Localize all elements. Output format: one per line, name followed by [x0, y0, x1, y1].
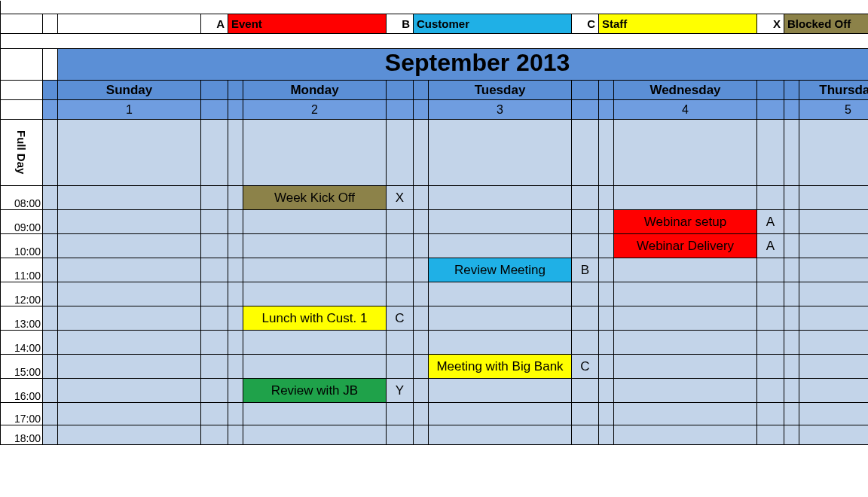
legend-swatch-customer: Customer [414, 14, 572, 34]
date-thursday: 5 [799, 100, 869, 120]
time-0900: 09:00 [1, 210, 43, 234]
event-mon-1600[interactable]: Review with JB [243, 379, 387, 403]
legend-swatch-blocked: Blocked Off [784, 14, 869, 34]
slot-tue-1400[interactable] [429, 331, 572, 355]
time-1700: 17:00 [1, 403, 43, 425]
slot-wed-1200[interactable] [614, 282, 757, 306]
calendar-grid: A Event B Customer C Staff X Blocked Off… [0, 0, 868, 445]
slot-tue-0800[interactable] [429, 186, 572, 210]
event-tue-1100[interactable]: Review Meeting [429, 258, 572, 282]
time-1000: 10:00 [1, 234, 43, 258]
slot-thu-0800[interactable] [799, 186, 869, 210]
time-1800: 18:00 [1, 425, 43, 445]
fullday-label: Full Day [1, 120, 43, 186]
legend-swatch-event: Event [228, 14, 387, 34]
legend-row: A Event B Customer C Staff X Blocked Off [1, 14, 869, 34]
slot-thu-1000[interactable] [799, 234, 869, 258]
slot-sun-0900[interactable] [58, 210, 201, 234]
slot-thu-1400[interactable] [799, 331, 869, 355]
event-tue-1500[interactable]: Meeting with Big Bank [429, 355, 572, 379]
slot-wed-1600[interactable] [614, 379, 757, 403]
month-title: September 2013 [58, 49, 869, 81]
slot-tue-1300[interactable] [429, 306, 572, 331]
slot-thu-1300[interactable] [799, 306, 869, 331]
code-tue-1100: B [572, 258, 599, 282]
slot-tue-1200[interactable] [429, 282, 572, 306]
slot-mon-1000[interactable] [243, 234, 387, 258]
day-names-row: Sunday Monday Tuesday Wednesday Thursday [1, 81, 869, 100]
code-mon-1300: C [387, 306, 414, 331]
slot-sun-1400[interactable] [58, 331, 201, 355]
day-header-monday: Monday [243, 81, 387, 100]
slot-sun-fullday[interactable] [58, 120, 201, 186]
slot-sun-1000[interactable] [58, 234, 201, 258]
event-wed-0900[interactable]: Webinar setup [614, 210, 757, 234]
slot-wed-1300[interactable] [614, 306, 757, 331]
time-1500: 15:00 [1, 355, 43, 379]
slot-tue-1600[interactable] [429, 379, 572, 403]
date-monday: 2 [243, 100, 387, 120]
slot-thu-1700[interactable] [799, 403, 869, 425]
slot-wed-1100[interactable] [614, 258, 757, 282]
slot-sun-1200[interactable] [58, 282, 201, 306]
slot-tue-fullday[interactable] [429, 120, 572, 186]
slot-wed-fullday[interactable] [614, 120, 757, 186]
day-header-thursday: Thursday [799, 81, 869, 100]
slot-tue-1000[interactable] [429, 234, 572, 258]
slot-tue-1800[interactable] [429, 425, 572, 445]
legend-swatch-staff: Staff [599, 14, 757, 34]
code-wed-0900: A [757, 210, 784, 234]
slot-mon-1400[interactable] [243, 331, 387, 355]
time-1400: 14:00 [1, 331, 43, 355]
slot-tue-1700[interactable] [429, 403, 572, 425]
time-1300: 13:00 [1, 306, 43, 331]
date-tuesday: 3 [429, 100, 572, 120]
day-header-sunday: Sunday [58, 81, 201, 100]
slot-thu-fullday[interactable] [799, 120, 869, 186]
event-wed-1000[interactable]: Webinar Delivery [614, 234, 757, 258]
slot-thu-0900[interactable] [799, 210, 869, 234]
legend-letter-a: A [201, 14, 228, 34]
slot-mon-1500[interactable] [243, 355, 387, 379]
event-mon-0800[interactable]: Week Kick Off [243, 186, 387, 210]
slot-wed-1400[interactable] [614, 331, 757, 355]
slot-wed-1800[interactable] [614, 425, 757, 445]
slot-sun-1300[interactable] [58, 306, 201, 331]
slot-sun-1500[interactable] [58, 355, 201, 379]
slot-mon-1100[interactable] [243, 258, 387, 282]
code-tue-1500: C [572, 355, 599, 379]
slot-sun-0800[interactable] [58, 186, 201, 210]
slot-wed-1500[interactable] [614, 355, 757, 379]
slot-tue-0900[interactable] [429, 210, 572, 234]
slot-thu-1600[interactable] [799, 379, 869, 403]
slot-mon-1700[interactable] [243, 403, 387, 425]
slot-wed-1700[interactable] [614, 403, 757, 425]
legend-letter-b: B [387, 14, 414, 34]
slot-wed-0800[interactable] [614, 186, 757, 210]
slot-sun-1800[interactable] [58, 425, 201, 445]
slot-sun-1100[interactable] [58, 258, 201, 282]
slot-thu-1500[interactable] [799, 355, 869, 379]
date-wednesday: 4 [614, 100, 757, 120]
dates-row: 1 2 3 4 5 [1, 100, 869, 120]
day-header-tuesday: Tuesday [429, 81, 572, 100]
event-mon-1300[interactable]: Lunch with Cust. 1 [243, 306, 387, 331]
time-1100: 11:00 [1, 258, 43, 282]
code-wed-1000: A [757, 234, 784, 258]
legend-letter-x: X [757, 14, 784, 34]
code-mon-1600: Y [387, 379, 414, 403]
slot-thu-1100[interactable] [799, 258, 869, 282]
day-header-wednesday: Wednesday [614, 81, 757, 100]
slot-sun-1700[interactable] [58, 403, 201, 425]
slot-mon-0900[interactable] [243, 210, 387, 234]
slot-mon-1800[interactable] [243, 425, 387, 445]
slot-sun-1600[interactable] [58, 379, 201, 403]
slot-mon-fullday[interactable] [243, 120, 387, 186]
time-0800: 08:00 [1, 186, 43, 210]
slot-thu-1800[interactable] [799, 425, 869, 445]
code-mon-0800: X [387, 186, 414, 210]
legend-letter-c: C [572, 14, 599, 34]
slot-mon-1200[interactable] [243, 282, 387, 306]
time-1200: 12:00 [1, 282, 43, 306]
slot-thu-1200[interactable] [799, 282, 869, 306]
